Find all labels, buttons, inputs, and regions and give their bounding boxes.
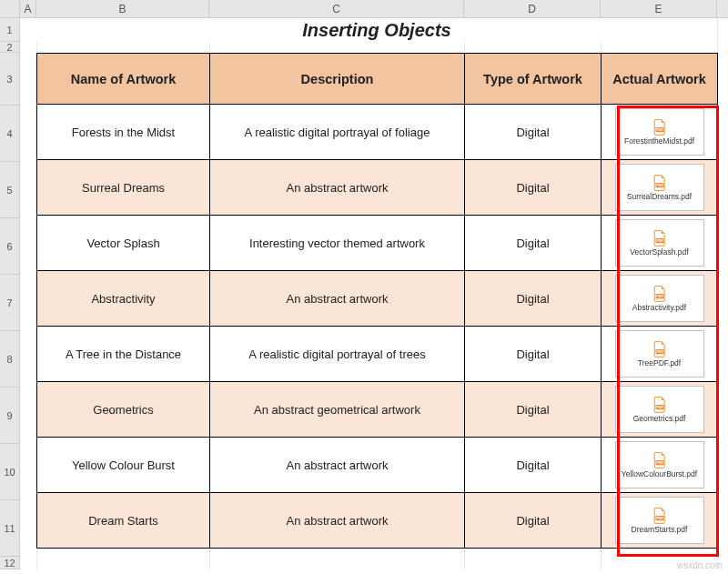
svg-text:PDF: PDF: [656, 238, 663, 242]
pdf-file-icon: PDF: [652, 341, 667, 357]
col-header-e[interactable]: E: [601, 0, 717, 17]
cell-artwork-name[interactable]: Dream Starts: [37, 493, 210, 549]
embedded-pdf-object[interactable]: PDFTreePDF.pdf: [615, 330, 704, 378]
cell-actual-artwork[interactable]: PDFForestintheMidst.pdf: [602, 105, 718, 160]
cell-type[interactable]: Digital: [465, 493, 602, 549]
pdf-file-icon: PDF: [652, 452, 667, 468]
pdf-file-icon: PDF: [652, 175, 667, 191]
pdf-filename: DreamStarts.pdf: [632, 526, 688, 534]
cell-actual-artwork[interactable]: PDFYellowColourBurst.pdf: [602, 438, 718, 493]
embedded-pdf-object[interactable]: PDFSurrealDreams.pdf: [615, 164, 704, 211]
svg-text:PDF: PDF: [656, 294, 663, 297]
cell-artwork-name[interactable]: Geometrics: [37, 382, 210, 438]
cell-description[interactable]: An abstract artwork: [210, 438, 465, 493]
row-header-10[interactable]: 10: [0, 444, 19, 500]
table-header-row: Name of Artwork Description Type of Artw…: [37, 54, 718, 105]
watermark-text: wsxdn.com: [677, 560, 723, 570]
row-header-6[interactable]: 6: [0, 218, 19, 275]
col-header-c[interactable]: C: [209, 0, 464, 17]
pdf-filename: ForestintheMidst.pdf: [624, 137, 694, 146]
row-header-3[interactable]: 3: [0, 53, 19, 106]
pdf-filename: Geometrics.pdf: [633, 415, 686, 423]
pdf-file-icon: PDF: [652, 508, 667, 524]
cell-artwork-name[interactable]: Forests in the Midst: [37, 105, 210, 160]
row-header-11[interactable]: 11: [0, 500, 19, 557]
cell-description[interactable]: An abstract artwork: [210, 493, 465, 549]
table-row: Vector SplashInteresting vector themed a…: [37, 216, 718, 271]
cell-artwork-name[interactable]: A Tree in the Distance: [37, 327, 210, 382]
cell-actual-artwork[interactable]: PDFGeometrics.pdf: [602, 382, 718, 438]
header-actual[interactable]: Actual Artwork: [602, 54, 718, 105]
svg-text:PDF: PDF: [656, 516, 663, 519]
pdf-file-icon: PDF: [652, 286, 667, 302]
cell-actual-artwork[interactable]: PDFAbstractivity.pdf: [602, 271, 718, 327]
cell-type[interactable]: Digital: [465, 438, 602, 493]
row-header-1[interactable]: 1: [0, 18, 19, 42]
cell-description[interactable]: An abstract artwork: [210, 271, 465, 327]
table-row: Forests in the MidstA realistic digital …: [37, 105, 718, 160]
table-row: AbstractivityAn abstract artworkDigitalP…: [37, 271, 718, 327]
select-all-corner[interactable]: [0, 0, 20, 17]
col-header-d[interactable]: D: [464, 0, 601, 17]
cell-type[interactable]: Digital: [465, 160, 602, 216]
svg-text:PDF: PDF: [656, 349, 663, 353]
cell-description[interactable]: An abstract artwork: [210, 160, 465, 216]
table-row: Dream StartsAn abstract artworkDigitalPD…: [37, 493, 718, 549]
spreadsheet-sheet: A B C D E 1 2 3 4 5 6 7 8 9 10 11 12: [0, 0, 728, 574]
table-row: GeometricsAn abstract geometrical artwor…: [37, 382, 718, 438]
svg-text:PDF: PDF: [656, 405, 663, 408]
pdf-file-icon: PDF: [652, 230, 667, 247]
col-header-b[interactable]: B: [36, 0, 209, 17]
embedded-pdf-object[interactable]: PDFYellowColourBurst.pdf: [615, 441, 704, 488]
embedded-pdf-object[interactable]: PDFGeometrics.pdf: [615, 386, 704, 433]
cell-actual-artwork[interactable]: PDFVectorSplash.pdf: [602, 216, 718, 271]
cell-description[interactable]: A realistic digital portrayal of foliage: [210, 105, 465, 160]
pdf-filename: Abstractivity.pdf: [632, 304, 686, 312]
pdf-filename: YellowColourBurst.pdf: [622, 470, 697, 478]
cell-artwork-name[interactable]: Vector Splash: [37, 216, 210, 271]
header-desc[interactable]: Description: [210, 54, 465, 105]
cell-artwork-name[interactable]: Abstractivity: [37, 271, 210, 327]
column-header-row: A B C D E: [0, 0, 728, 18]
svg-text:PDF: PDF: [656, 183, 663, 186]
row-header-9[interactable]: 9: [0, 388, 19, 444]
row-header-column: 1 2 3 4 5 6 7 8 9 10 11 12: [0, 18, 20, 569]
table-row: Yellow Colour BurstAn abstract artworkDi…: [37, 438, 718, 493]
row-header-7[interactable]: 7: [0, 275, 19, 331]
cell-description[interactable]: A realistic digital portrayal of trees: [210, 327, 465, 382]
cell-artwork-name[interactable]: Yellow Colour Burst: [37, 438, 210, 493]
cell-actual-artwork[interactable]: PDFTreePDF.pdf: [602, 327, 718, 382]
cell-type[interactable]: Digital: [465, 382, 602, 438]
cell-type[interactable]: Digital: [465, 105, 602, 160]
cell-type[interactable]: Digital: [465, 327, 602, 382]
page-title[interactable]: Inserting Objects: [36, 18, 717, 42]
pdf-file-icon: PDF: [652, 397, 667, 413]
row-header-4[interactable]: 4: [0, 106, 19, 162]
cell-description[interactable]: An abstract geometrical artwork: [210, 382, 465, 438]
table-row: A Tree in the DistanceA realistic digita…: [37, 327, 718, 382]
row-header-2[interactable]: 2: [0, 42, 19, 53]
cell-type[interactable]: Digital: [465, 271, 602, 327]
pdf-filename: SurrealDreams.pdf: [627, 193, 692, 201]
pdf-filename: VectorSplash.pdf: [630, 248, 688, 257]
col-header-a[interactable]: A: [20, 0, 36, 17]
embedded-pdf-object[interactable]: PDFVectorSplash.pdf: [615, 219, 704, 267]
cell-type[interactable]: Digital: [465, 216, 602, 271]
header-name[interactable]: Name of Artwork: [37, 54, 210, 105]
embedded-pdf-object[interactable]: PDFAbstractivity.pdf: [615, 275, 704, 322]
pdf-filename: TreePDF.pdf: [638, 359, 681, 368]
embedded-pdf-object[interactable]: PDFForestintheMidst.pdf: [615, 108, 704, 156]
row-header-12[interactable]: 12: [0, 557, 19, 569]
table-row: Surreal DreamsAn abstract artworkDigital…: [37, 160, 718, 216]
svg-text:PDF: PDF: [656, 127, 663, 131]
svg-text:PDF: PDF: [656, 460, 663, 464]
cell-actual-artwork[interactable]: PDFDreamStarts.pdf: [602, 493, 718, 549]
embedded-pdf-object[interactable]: PDFDreamStarts.pdf: [615, 497, 704, 544]
cell-description[interactable]: Interesting vector themed artwork: [210, 216, 465, 271]
row-header-5[interactable]: 5: [0, 162, 19, 218]
artwork-table: Name of Artwork Description Type of Artw…: [36, 53, 718, 549]
row-header-8[interactable]: 8: [0, 331, 19, 388]
cell-actual-artwork[interactable]: PDFSurrealDreams.pdf: [602, 160, 718, 216]
header-type[interactable]: Type of Artwork: [465, 54, 602, 105]
cell-artwork-name[interactable]: Surreal Dreams: [37, 160, 210, 216]
